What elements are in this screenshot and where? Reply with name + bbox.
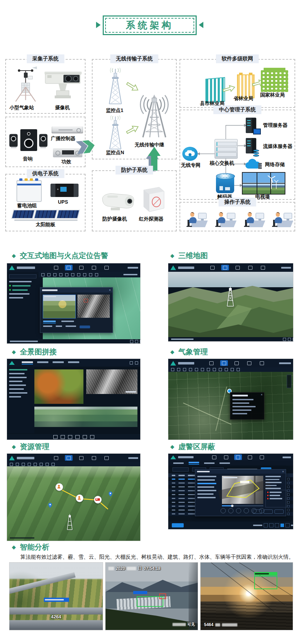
broadcast-slot [59,130,73,130]
tool-icon [28,463,31,466]
detection-box [137,596,163,607]
ups-button [57,189,59,190]
relay-tower-image [135,93,173,140]
tool-icon [195,368,198,371]
power-lines [201,563,293,630]
feature-title: 资源管理 [20,442,49,452]
status-text [10,341,38,342]
weather-station-image [10,65,41,104]
power-subsystem-box: 供电子系统 蓄电池组 UPS 太阳能板 [5,174,86,231]
tool-icon [189,368,192,371]
modal-button [275,510,284,514]
modal-button [253,510,262,514]
operator-icon [212,211,237,228]
label-text [45,599,64,600]
diamond-bullet-icon: ◆ [170,444,174,449]
tool-icon [77,273,80,276]
weather-field [232,413,247,414]
tab-active [22,361,33,364]
layout-grid-icon [83,435,87,439]
network-storage-image [245,157,263,171]
page-button [269,523,273,527]
solar-panel-rail [14,219,77,221]
tool-icon [59,273,62,276]
truck-window [96,499,97,500]
tool-icon [34,463,37,466]
tree-item [9,388,24,390]
popup-titlebar: × [40,288,113,293]
rewind-button [228,508,233,513]
disk [253,152,259,154]
wireless-subsystem-box: 无线传输子系统 监控点1 监控点N 无线传输中继 [92,59,177,159]
layout-grid-icon [68,435,72,439]
national-bureau-label: 国家林业局 [260,92,285,98]
tree-search-input [9,274,36,278]
ups-side [50,184,55,197]
title-banner: 系统架构 [103,15,197,35]
operator-icon [241,211,266,228]
pause-button [236,508,241,513]
feature-header-false-alarm: ◆ 虚警区屏蔽 [170,442,215,452]
detail-field [265,485,277,486]
monitor-point-1-label: 监控点1 [106,107,123,114]
infrared-detector-label: 红外探测器 [139,216,163,222]
ranger-marker [55,483,63,491]
event-text [270,495,280,496]
tower-beam [9,607,103,615]
location-pin-icon [109,492,112,497]
tool-icon [213,368,216,371]
stitched-panorama-image [32,407,137,427]
timestamp-day: 日 [138,565,142,571]
panorama-sidebar [7,367,34,433]
app-name-text [17,457,34,459]
subtab [219,462,230,464]
nav-alarm-icon [77,455,85,461]
feature-title: 全景图拼接 [20,347,57,357]
weather-field [232,406,256,407]
management-subsystem-title: 中心管理子系统 [214,105,262,114]
tree-item [9,293,29,295]
decoder-mark [225,187,230,190]
tool-icon [65,273,68,276]
status-bar [7,339,140,343]
feature-title: 交互式地图与火点定位告警 [20,251,108,261]
app-logo-icon [9,361,15,365]
analysis-description: 算法能有效过滤雾、霾、雪、云、阳光、大棚反光、树枝晃动、建筑、路灯、水体、车辆等… [20,554,294,560]
feature-header-panorama: ◆ 全景图拼接 [12,347,57,357]
app-topbar [168,359,293,367]
analysis-photo-sunset: 5464 [201,563,293,630]
detail-field [265,488,281,489]
thermal-thumbnail [77,295,110,318]
subtab [173,462,184,464]
filter-select [172,467,189,472]
feature-header-weather: ◆ 气象管理 [170,347,208,357]
screenshot-interactive-map: × [7,263,140,343]
tool-icon [53,273,56,276]
event-item [267,495,285,496]
popup-title-text [42,289,57,291]
status-icons [130,340,140,343]
channel-item-selected [197,483,216,484]
user-text [279,362,291,364]
app-name-text [17,267,35,269]
topbar-icons [130,361,138,364]
channel-list [197,476,220,513]
tab [53,361,64,363]
popup-title-text [232,395,248,396]
layout-grid-icon [61,435,65,439]
fire-truck-marker [94,496,102,504]
tool-icon [46,463,49,466]
camera-online-icon [9,289,11,291]
screenshot-panorama [7,359,140,440]
zoom-widget [287,375,291,388]
feature-title: 三维地图 [178,251,208,261]
tab-underline [22,364,33,364]
nav-tabs [208,360,266,366]
feature-title: 虚警区屏蔽 [178,442,215,452]
analysis-photo-farmland: 4264 [9,563,103,630]
alarm-dot-icon [267,498,269,499]
subtab [204,462,215,464]
private-network-image [182,147,198,161]
ups-image [50,184,79,197]
power-subsystem-title: 供电子系统 [27,169,64,178]
